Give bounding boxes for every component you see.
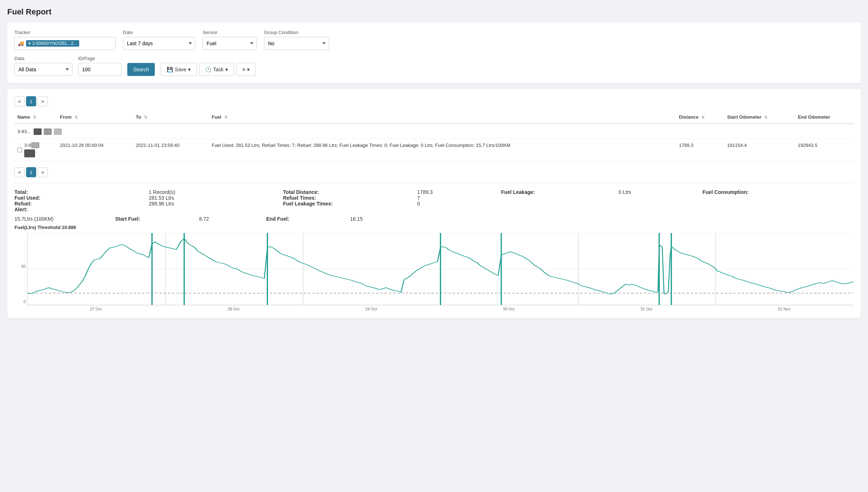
group-name: 3-93... bbox=[17, 129, 31, 134]
prev-page-button[interactable]: < bbox=[14, 96, 25, 106]
cell-fuel: Fuel Used: 281.53 Ltrs; Refuel Times: 7;… bbox=[209, 139, 676, 161]
search-button[interactable]: Search bbox=[127, 63, 155, 76]
fuel-leakage-value: 0 Ltrs bbox=[618, 189, 631, 195]
cell-from: 2021-10-26 00:00:04 bbox=[57, 139, 133, 161]
cell-to: 2021-11-01 23:59:40 bbox=[133, 139, 209, 161]
x-axis-labels: 27 Oct 28 Oct 29 Oct 30 Oct 31 Oct 01 No… bbox=[27, 307, 854, 311]
id-page-label: ID/Page bbox=[78, 56, 122, 61]
col-name[interactable]: Name ⇅ bbox=[14, 111, 57, 124]
date-label: Date bbox=[123, 30, 195, 35]
total-distance-value: 1789.3 bbox=[417, 189, 433, 195]
group-condition-label: Group Condition bbox=[264, 30, 329, 35]
clock-icon: 🕐 bbox=[205, 67, 211, 72]
bottom-pagination: < 1 > bbox=[14, 167, 854, 177]
cell-end-odometer: 192943.5 bbox=[795, 139, 854, 161]
y-mid: 50 bbox=[14, 264, 26, 268]
col-fuel[interactable]: Fuel ⇅ bbox=[209, 111, 676, 124]
summary-section: Total: Fuel Used: Refuel: Alert: 1 Recor… bbox=[14, 183, 854, 222]
refuel-times-value: 7 bbox=[417, 195, 420, 201]
sensor-select[interactable]: Fuel Temperature bbox=[203, 37, 257, 50]
start-fuel-label: Start Fuel: bbox=[115, 216, 140, 222]
row-checkbox[interactable] bbox=[17, 148, 22, 152]
total-value: 1 Record(s) bbox=[149, 189, 175, 195]
sort-fuel-icon: ⇅ bbox=[224, 115, 227, 120]
x-label-01nov: 01 Nov bbox=[778, 307, 791, 311]
fuel-consumption-value: 15.7Ltrs (100KM) bbox=[14, 216, 54, 222]
vehicle-icon-1 bbox=[34, 128, 42, 135]
fuel-leakage-label: Fuel Leakage: bbox=[501, 189, 535, 195]
tracker-label: Tracker bbox=[14, 30, 116, 35]
sort-from-icon: ⇅ bbox=[75, 115, 78, 120]
cell-start-odometer: 191154.4 bbox=[724, 139, 795, 161]
chart-title: Fuel(Ltrs) Threshold:10.886 bbox=[14, 225, 854, 230]
page-title: Fuel Report bbox=[7, 7, 861, 17]
refuel-times-label: Refuel Times: bbox=[283, 195, 316, 201]
sort-name-icon: ⇅ bbox=[33, 115, 36, 120]
col-start-odometer[interactable]: Start Odometer ⇅ bbox=[724, 111, 795, 124]
vehicle-icon-2 bbox=[44, 128, 52, 135]
total-distance-label: Total Distance: bbox=[283, 189, 319, 195]
fuel-used-label: Fuel Used: bbox=[14, 195, 41, 201]
tracker-input[interactable]: 🚚 × 3-93660/YNOOEL...2... bbox=[14, 37, 116, 50]
vehicle-icon-3: . bbox=[54, 128, 62, 135]
row-vehicle-icon bbox=[24, 149, 35, 157]
top-pagination: < 1 > bbox=[14, 96, 854, 106]
x-label-30oct: 30 Oct bbox=[503, 307, 514, 311]
sort-start-odo-icon: ⇅ bbox=[764, 115, 767, 120]
sensor-label: Sensor bbox=[203, 30, 257, 35]
tracker-remove-icon[interactable]: × bbox=[28, 41, 31, 46]
end-fuel-label: End Fuel: bbox=[266, 216, 289, 222]
y-bottom: 0 bbox=[14, 300, 26, 304]
refuel-label: Refuel: bbox=[14, 201, 31, 207]
group-condition-select[interactable]: No Yes bbox=[264, 37, 329, 50]
next-page-button-bottom[interactable]: > bbox=[38, 167, 48, 177]
sort-to-icon: ⇅ bbox=[144, 115, 147, 120]
fuel-table: Name ⇅ From ⇅ To ⇅ Fuel ⇅ Distance ⇅ bbox=[14, 111, 854, 161]
cell-name: 3-9 bbox=[14, 139, 57, 161]
tracker-tag: × 3-93660/YNOOEL...2... bbox=[26, 40, 79, 47]
list-icon: ≡ bbox=[242, 67, 245, 72]
next-page-button[interactable]: > bbox=[38, 96, 48, 106]
save-icon: 💾 bbox=[167, 67, 173, 72]
id-page-input[interactable]: 100 bbox=[78, 63, 122, 76]
col-to[interactable]: To ⇅ bbox=[133, 111, 209, 124]
date-select[interactable]: Last 7 days Last 30 days Custom Range bbox=[123, 37, 195, 50]
save-dropdown-icon: ▾ bbox=[188, 67, 191, 72]
truck-icon: 🚚 bbox=[18, 41, 24, 46]
list-dropdown-icon: ▾ bbox=[247, 67, 250, 72]
prev-page-button-bottom[interactable]: < bbox=[14, 167, 25, 177]
x-label-29oct: 29 Oct bbox=[365, 307, 377, 311]
col-distance[interactable]: Distance ⇅ bbox=[676, 111, 724, 124]
fuel-leakage-times-label: Fuel Leakage Times: bbox=[283, 201, 332, 207]
col-from[interactable]: From ⇅ bbox=[57, 111, 133, 124]
fuel-leakage-times-value: 0 bbox=[417, 201, 420, 207]
alert-label: Alert: bbox=[14, 207, 28, 212]
y-axis: 50 0 bbox=[14, 233, 27, 311]
data-label: Data bbox=[14, 56, 72, 61]
refuel-value: 288.96 Ltrs bbox=[149, 201, 174, 207]
end-fuel-value: 16.15 bbox=[350, 216, 363, 222]
row-name-main: 3-9 bbox=[24, 143, 39, 148]
x-label-28oct: 28 Oct bbox=[227, 307, 239, 311]
cell-distance: 1789.3 bbox=[676, 139, 724, 161]
x-label-31oct: 31 Oct bbox=[641, 307, 652, 311]
task-button[interactable]: 🕐 Task ▾ bbox=[199, 63, 234, 76]
table-group-row: 3-93... . bbox=[14, 124, 854, 139]
page-1-button-bottom[interactable]: 1 bbox=[26, 167, 36, 177]
col-end-odometer[interactable]: End Odometer bbox=[795, 111, 854, 124]
fuel-consumption-label: Fuel Consumption: bbox=[702, 189, 749, 195]
x-label-27oct: 27 Oct bbox=[90, 307, 102, 311]
vehicle-icons: . bbox=[34, 128, 62, 135]
save-button[interactable]: 💾 Save ▾ bbox=[161, 63, 197, 76]
total-label: Total: bbox=[14, 189, 28, 195]
start-fuel-value: 8.72 bbox=[199, 216, 209, 222]
table-row: 3-9 2021-10-26 00:00:04 2021-11-01 23:59… bbox=[14, 139, 854, 161]
chart-section: Fuel(Ltrs) Threshold:10.886 50 0 bbox=[14, 225, 854, 311]
sort-distance-icon: ⇅ bbox=[701, 115, 705, 120]
list-button[interactable]: ≡ ▾ bbox=[236, 63, 256, 76]
fuel-chart bbox=[27, 233, 854, 305]
page-1-button[interactable]: 1 bbox=[26, 96, 36, 106]
task-dropdown-icon: ▾ bbox=[225, 67, 228, 72]
fuel-used-value: 281.53 Ltrs bbox=[149, 195, 174, 201]
data-select[interactable]: All Data Summary Detail bbox=[14, 63, 72, 76]
